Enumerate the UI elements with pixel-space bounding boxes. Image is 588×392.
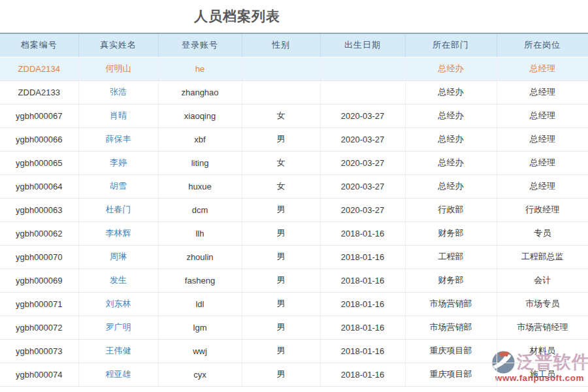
- cell-account: llh: [158, 221, 242, 245]
- cell-account: zhoulin: [158, 245, 242, 269]
- cell-account: zhanghao: [158, 80, 242, 104]
- cell-gender: 女: [242, 174, 320, 198]
- cell-name[interactable]: 张浩: [78, 80, 158, 104]
- cell-birth_date: [320, 57, 405, 80]
- cell-department: 财务部: [405, 221, 497, 245]
- cell-birth_date: 2018-01-16: [320, 316, 405, 339]
- table-row[interactable]: ygbh000063杜春门dcm男2020-03-27行政部行政经理: [0, 198, 588, 221]
- cell-gender: 女: [242, 151, 320, 174]
- cell-name[interactable]: 薛保丰: [78, 127, 158, 151]
- cell-position: 市场营销经理: [497, 316, 588, 339]
- cell-archive_no: ygbh000073: [0, 339, 78, 363]
- column-header-archive_no: 档案编号: [0, 33, 78, 57]
- page-title: 人员档案列表: [0, 7, 474, 25]
- cell-birth_date: [320, 80, 405, 104]
- cell-department: 工程部: [405, 245, 497, 269]
- cell-account: huxue: [158, 174, 242, 198]
- cell-position: 会计: [497, 269, 588, 292]
- cell-name[interactable]: 刘东林: [78, 292, 158, 316]
- cell-gender: 男: [242, 198, 320, 221]
- cell-name[interactable]: 李林辉: [78, 221, 158, 245]
- column-header-gender: 性别: [242, 33, 320, 57]
- cell-position: 工程部总监: [497, 245, 588, 269]
- table-body: ZDDA2134何明山he总经办总经理ZDDA2133张浩zhanghao总经办…: [0, 57, 588, 386]
- cell-account: liting: [158, 151, 242, 174]
- column-header-account: 登录账号: [158, 33, 242, 57]
- column-header-birth_date: 出生日期: [320, 33, 405, 57]
- cell-name[interactable]: 发生: [78, 269, 158, 292]
- cell-name[interactable]: 王伟健: [78, 339, 158, 363]
- table-row[interactable]: ZDDA2133张浩zhanghao总经办总经理: [0, 80, 588, 104]
- cell-account: xbf: [158, 127, 242, 151]
- table-row[interactable]: ygbh000071刘东林ldl男2018-01-16市场营销部市场专员: [0, 292, 588, 316]
- cell-department: 市场营销部: [405, 316, 497, 339]
- cell-gender: 男: [242, 245, 320, 269]
- column-header-position: 所在岗位: [497, 33, 588, 57]
- cell-birth_date: 2018-01-16: [320, 339, 405, 363]
- table-row[interactable]: ygbh000064胡雪huxue女2020-03-27总经办总经理: [0, 174, 588, 198]
- cell-position: 行政经理: [497, 198, 588, 221]
- cell-archive_no: ygbh000062: [0, 221, 78, 245]
- cell-gender: 女: [242, 104, 320, 127]
- cell-birth_date: 2018-01-16: [320, 292, 405, 316]
- cell-position: 总经理: [497, 57, 588, 80]
- cell-position: 材料员: [497, 339, 588, 363]
- cell-archive_no: ygbh000071: [0, 292, 78, 316]
- cell-archive_no: ygbh000065: [0, 151, 78, 174]
- cell-position: 施工员: [497, 363, 588, 386]
- table-row[interactable]: ygbh000072罗广明lgm男2018-01-16市场营销部市场营销经理: [0, 316, 588, 339]
- cell-archive_no: ZDDA2134: [0, 57, 78, 80]
- cell-birth_date: 2018-01-16: [320, 363, 405, 386]
- table-row[interactable]: ZDDA2134何明山he总经办总经理: [0, 57, 588, 80]
- table-row[interactable]: ygbh000065李婷liting女2020-03-27总经办总经理: [0, 151, 588, 174]
- cell-position: 总经理: [497, 127, 588, 151]
- cell-department: 总经办: [405, 174, 497, 198]
- cell-archive_no: ygbh000064: [0, 174, 78, 198]
- cell-position: 专员: [497, 221, 588, 245]
- cell-position: 总经理: [497, 80, 588, 104]
- cell-archive_no: ygbh000070: [0, 245, 78, 269]
- cell-department: 总经办: [405, 104, 497, 127]
- cell-name[interactable]: 罗广明: [78, 316, 158, 339]
- cell-account: ldl: [158, 292, 242, 316]
- cell-archive_no: ZDDA2133: [0, 80, 78, 104]
- cell-archive_no: ygbh000074: [0, 363, 78, 386]
- cell-birth_date: 2020-03-27: [320, 104, 405, 127]
- cell-gender: 男: [242, 363, 320, 386]
- table-row[interactable]: ygbh000074程亚雄cyx男2018-01-16重庆项目部施工员: [0, 363, 588, 386]
- table-row[interactable]: ygbh000066薛保丰xbf男2020-03-27总经办总经理: [0, 127, 588, 151]
- cell-department: 财务部: [405, 269, 497, 292]
- cell-account: xiaoqing: [158, 104, 242, 127]
- cell-department: 总经办: [405, 151, 497, 174]
- cell-gender: 男: [242, 127, 320, 151]
- table-row[interactable]: ygbh000069发生fasheng男2018-01-16财务部会计: [0, 269, 588, 292]
- table-header: 档案编号真实姓名登录账号性别出生日期所在部门所在岗位: [0, 33, 588, 57]
- cell-department: 行政部: [405, 198, 497, 221]
- cell-department: 总经办: [405, 127, 497, 151]
- cell-name[interactable]: 周琳: [78, 245, 158, 269]
- cell-name[interactable]: 程亚雄: [78, 363, 158, 386]
- table-row[interactable]: ygbh000062李林辉llh男2018-01-16财务部专员: [0, 221, 588, 245]
- cell-name[interactable]: 胡雪: [78, 174, 158, 198]
- table-row[interactable]: ygbh000073王伟健wwj男2018-01-16重庆项目部材料员: [0, 339, 588, 363]
- cell-name[interactable]: 杜春门: [78, 198, 158, 221]
- cell-birth_date: 2018-01-16: [320, 245, 405, 269]
- cell-name[interactable]: 何明山: [78, 57, 158, 80]
- column-header-name: 真实姓名: [78, 33, 158, 57]
- table-row[interactable]: ygbh000070周琳zhoulin男2018-01-16工程部工程部总监: [0, 245, 588, 269]
- cell-birth_date: 2020-03-27: [320, 198, 405, 221]
- cell-archive_no: ygbh000072: [0, 316, 78, 339]
- cell-account: cyx: [158, 363, 242, 386]
- cell-department: 总经办: [405, 80, 497, 104]
- cell-position: 总经理: [497, 104, 588, 127]
- table-row[interactable]: ygbh000067肖晴xiaoqing女2020-03-27总经办总经理: [0, 104, 588, 127]
- personnel-table: 档案编号真实姓名登录账号性别出生日期所在部门所在岗位 ZDDA2134何明山he…: [0, 33, 588, 387]
- cell-gender: 男: [242, 339, 320, 363]
- cell-name[interactable]: 肖晴: [78, 104, 158, 127]
- cell-birth_date: 2018-01-16: [320, 269, 405, 292]
- cell-archive_no: ygbh000063: [0, 198, 78, 221]
- cell-account: fasheng: [158, 269, 242, 292]
- cell-account: wwj: [158, 339, 242, 363]
- cell-gender: 男: [242, 292, 320, 316]
- cell-name[interactable]: 李婷: [78, 151, 158, 174]
